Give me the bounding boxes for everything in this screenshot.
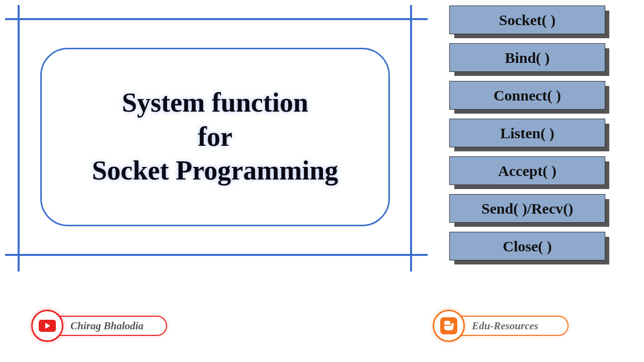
function-box-send-recv: Send( )/Recv() bbox=[449, 194, 605, 223]
function-label: Bind( ) bbox=[505, 49, 549, 66]
frame-line-right bbox=[410, 5, 412, 272]
youtube-badge[interactable]: Chirag Bhalodia bbox=[31, 310, 167, 342]
blogger-label: Edu-Resources bbox=[472, 320, 538, 332]
frame-line-top bbox=[5, 18, 428, 20]
blogger-badge[interactable]: Edu-Resources bbox=[433, 310, 569, 342]
youtube-label-pill: Chirag Bhalodia bbox=[51, 316, 167, 336]
youtube-icon bbox=[39, 320, 56, 332]
function-label: Connect( ) bbox=[494, 87, 561, 104]
youtube-circle bbox=[31, 310, 63, 342]
title-card: System function for Socket Programming bbox=[40, 48, 390, 226]
function-box-listen: Listen( ) bbox=[449, 119, 605, 147]
function-box-close: Close( ) bbox=[449, 232, 605, 260]
blogger-icon bbox=[440, 317, 457, 334]
title-line-3: Socket Programming bbox=[92, 154, 338, 188]
title-line-1: System function bbox=[122, 86, 308, 120]
frame-line-left bbox=[18, 5, 20, 272]
function-label: Accept( ) bbox=[498, 162, 556, 179]
function-label: Close( ) bbox=[503, 238, 551, 255]
frame-line-bottom bbox=[5, 254, 428, 256]
blogger-label-pill: Edu-Resources bbox=[453, 316, 569, 336]
function-label: Socket( ) bbox=[499, 12, 555, 29]
function-box-connect: Connect( ) bbox=[449, 81, 605, 110]
blogger-circle bbox=[433, 310, 465, 342]
function-box-socket: Socket( ) bbox=[449, 6, 605, 34]
function-label: Send( )/Recv() bbox=[481, 200, 573, 217]
function-box-bind: Bind( ) bbox=[449, 43, 605, 72]
title-line-2: for bbox=[198, 120, 232, 154]
function-label: Listen( ) bbox=[500, 125, 554, 142]
function-list: Socket( ) Bind( ) Connect( ) Listen( ) A… bbox=[449, 6, 605, 260]
function-box-accept: Accept( ) bbox=[449, 156, 605, 185]
youtube-label: Chirag Bhalodia bbox=[70, 320, 143, 332]
